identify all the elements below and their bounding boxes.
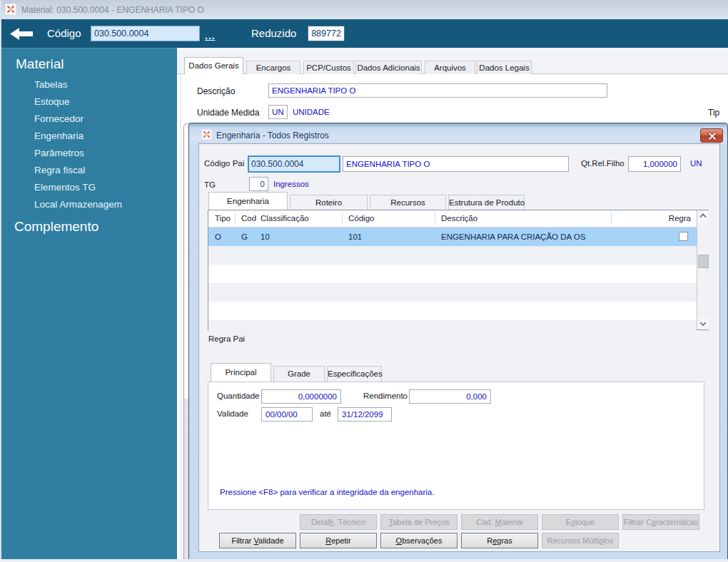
regra-pai-label: Regra Pai: [208, 334, 245, 343]
validade-fim-input[interactable]: 31/12/2099: [338, 407, 392, 422]
qt-rel-filho-input[interactable]: 1,000000: [628, 156, 681, 172]
qt-unit-label: UN: [690, 159, 702, 168]
grid-empty-row: [208, 283, 697, 302]
page-panel-border: [181, 74, 181, 559]
dialog-tab-estrutura-de-produto[interactable]: Estrutura de Produto: [448, 195, 525, 210]
scroll-up-icon[interactable]: [697, 210, 709, 222]
scroll-down-icon[interactable]: [697, 318, 709, 329]
codigo-pai-label: Código Pai: [204, 159, 244, 168]
window-titlebar: Material: 030.500.0004 - ENGENHARIA TIPO…: [0, 0, 728, 19]
reduzido-label: Reduzido: [251, 27, 296, 39]
button-recursos-m-ltiplos: Recursos Múltiplos: [542, 533, 619, 548]
descricao-input[interactable]: ENGENHARIA TIPO O: [268, 83, 607, 98]
grid-col-classificao: Classificação: [254, 210, 342, 227]
button-filtrar-caracter-sticas: Filtrar Características: [622, 514, 699, 530]
app-header: Código 030.500.0004 ... Reduzido 889772: [0, 19, 728, 48]
sidebar-item-local-armazenagem[interactable]: Local Armazenagem: [34, 199, 122, 210]
dialog-tab-engenharia[interactable]: Engenharia: [208, 192, 288, 210]
button-repetir[interactable]: Repetir: [300, 533, 377, 548]
app-icon: [5, 4, 16, 15]
tab-encargos[interactable]: Encargos: [246, 61, 300, 74]
grid-empty-row: [208, 265, 697, 283]
inner-tab-especifica-es[interactable]: Especificações: [327, 366, 382, 382]
rendimento-input[interactable]: 0,000: [409, 389, 491, 404]
tg-input[interactable]: 0: [249, 177, 268, 191]
qt-rel-filho-label: Qt.Rel.Filho: [581, 159, 625, 168]
tg-label: TG: [204, 180, 216, 189]
codigo-lookup-link[interactable]: ...: [205, 30, 216, 41]
grid-scrollbar[interactable]: [697, 210, 709, 329]
window-title: Material: 030.500.0004 - ENGENHARIA TIPO…: [21, 5, 204, 15]
dialog-tab-recursos[interactable]: Recursos: [370, 195, 446, 210]
codigo-input[interactable]: 030.500.0004: [91, 26, 200, 41]
grid-col-separator: [235, 212, 236, 225]
sidebar-heading-material[interactable]: Material: [16, 56, 64, 72]
grid-cell[interactable]: ENGENHARIA PARA CRIAÇÃO DA OS: [435, 228, 611, 246]
codigo-label: Código: [47, 27, 81, 39]
reduzido-input[interactable]: 889772: [308, 26, 345, 41]
close-icon[interactable]: [700, 128, 723, 143]
main-tab-strip: Dados GeraisEncargosPCP/CustosDados Adic…: [177, 48, 728, 74]
inner-tab-grade[interactable]: Grade: [273, 366, 325, 382]
validade-inicio-input[interactable]: 00/00/00: [261, 407, 313, 422]
engenharia-dialog: Engenharia - Todos Registros Código Pai …: [188, 123, 728, 562]
quantidade-label: Quantidade: [217, 392, 259, 400]
tab-dados-adicionais[interactable]: Dados Adicionais: [355, 61, 422, 74]
grid-col-cod: Cod: [235, 210, 254, 227]
dialog-body: Código Pai 030.500.0004 ENGENHARIA TIPO …: [198, 143, 720, 552]
sidebar-item-regra-fiscal[interactable]: Regra fiscal: [34, 165, 85, 175]
sidebar-heading-complemento[interactable]: Complemento: [14, 219, 98, 235]
codigo-pai-input[interactable]: 030.500.0004: [248, 155, 340, 173]
button-detalh-t-cnico: Detalh. Técnico: [300, 514, 377, 530]
grid-col-tipo: Tipo: [208, 210, 235, 227]
tab-dados-gerais[interactable]: Dados Gerais: [184, 57, 243, 74]
quantidade-input[interactable]: 0,0000000: [261, 389, 341, 404]
sidebar-item-parâmetros[interactable]: Parâmetros: [34, 148, 84, 158]
dialog-title: Engenharia - Todos Registros: [216, 131, 329, 140]
grid-cell[interactable]: 101: [342, 228, 435, 246]
tg-desc-label: Ingressos: [273, 180, 309, 188]
tab-pcp-custos[interactable]: PCP/Custos: [303, 61, 354, 74]
grid-empty-row: [208, 302, 697, 320]
rendimento-label: Rendimento: [363, 392, 408, 400]
grid-empty-row: [208, 246, 697, 265]
button-cad-material: Cad. Material: [461, 514, 538, 530]
inner-tab-principal[interactable]: Principal: [211, 363, 271, 382]
grid-col-descrio: Descrição: [435, 210, 611, 227]
back-arrow-icon[interactable]: [10, 28, 33, 40]
grid-cell[interactable]: G: [235, 228, 254, 246]
tipo-label-truncated: Tip: [708, 108, 719, 118]
sidebar-item-fornecedor[interactable]: Fornecedor: [34, 113, 84, 124]
grid-cell[interactable]: O: [208, 228, 235, 246]
button-filtrar-validade[interactable]: Filtrar Validade: [219, 533, 296, 548]
f8-message: Pressione <F8> para verificar a integrid…: [220, 488, 434, 496]
dialog-tab-roteiro[interactable]: Roteiro: [290, 195, 368, 210]
button-estoque: Estoque: [542, 514, 619, 530]
descricao-pai-input[interactable]: ENGENHARIA TIPO O: [343, 156, 569, 172]
tab-arquivos[interactable]: Arquivos: [425, 61, 475, 74]
grid-col-separator: [342, 212, 343, 225]
engenharia-grid: TipoCodClassificaçãoCódigoDescriçãoRegra…: [208, 210, 709, 330]
sidebar-item-estoque[interactable]: Estoque: [34, 96, 70, 107]
grid-cell[interactable]: 10: [254, 228, 342, 246]
button-tabela-de-pre-os: Tabela de Preços: [380, 514, 457, 530]
unidade-desc-label: UNIDADE: [293, 108, 330, 116]
ate-label: até: [320, 409, 331, 418]
descricao-label: Descrição: [197, 86, 235, 96]
grid-col-cdigo: Código: [342, 210, 435, 227]
button-observa-es[interactable]: Observações: [380, 533, 457, 548]
button-regras[interactable]: Regras: [461, 533, 538, 548]
window-bottom-edge: [0, 559, 728, 562]
sidebar-item-tabelas[interactable]: Tabelas: [34, 79, 68, 90]
tab-dados-legais[interactable]: Dados Legais: [477, 61, 532, 74]
scroll-thumb[interactable]: [698, 255, 709, 268]
grid-col-separator: [611, 212, 612, 225]
sidebar-item-elementos-tg[interactable]: Elementos TG: [34, 182, 96, 193]
dialog-icon: [201, 129, 212, 140]
validade-label: Validade: [217, 409, 248, 418]
grid-empty-row: [208, 320, 697, 339]
grid-col-separator: [435, 212, 435, 225]
regra-checkbox[interactable]: [679, 232, 688, 241]
unidade-input[interactable]: UN: [268, 105, 288, 119]
sidebar-item-engenharia[interactable]: Engenharia: [34, 131, 84, 141]
